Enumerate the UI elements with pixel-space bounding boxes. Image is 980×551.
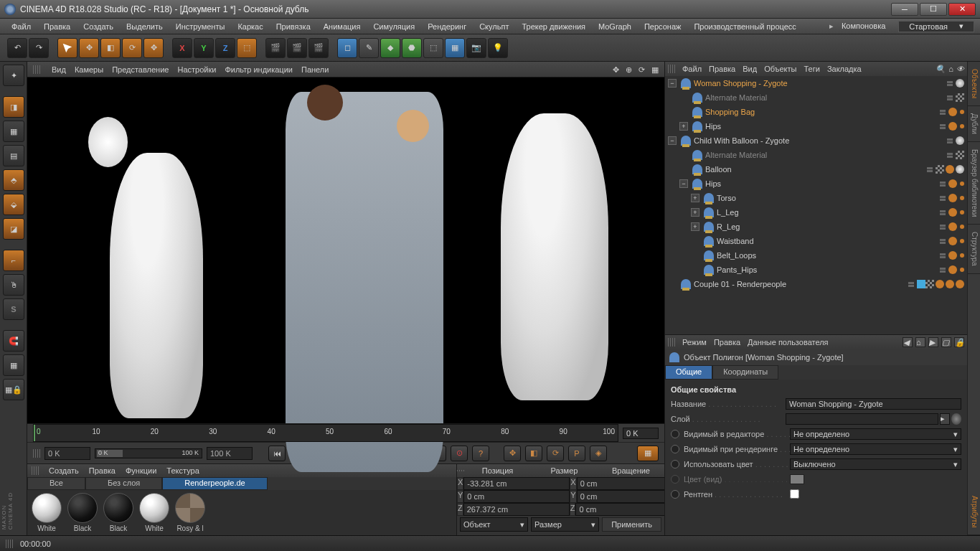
rtab-objects[interactable]: Объекты — [968, 62, 980, 106]
render-view[interactable]: 🎬 — [265, 38, 286, 58]
attr-usecolor-dropdown[interactable]: Выключено▾ — [790, 458, 961, 470]
add-light[interactable]: 💡 — [488, 38, 508, 58]
mat-menu-func[interactable]: Функции — [126, 466, 156, 475]
object-row[interactable]: Waistband — [665, 234, 967, 248]
key-pla-button[interactable]: ◈ — [590, 446, 607, 461]
dot-tag-icon[interactable] — [960, 239, 964, 243]
grip-icon[interactable] — [33, 449, 40, 458]
object-row[interactable]: −Child With Balloon - Zygote — [665, 133, 967, 148]
dot-tag-icon[interactable] — [960, 253, 964, 258]
sphere-tag-icon[interactable] — [956, 165, 964, 174]
expand-icon[interactable]: + — [679, 122, 688, 131]
home-icon[interactable]: ⌂ — [948, 65, 953, 74]
mat-menu-create[interactable]: Создать — [49, 466, 79, 475]
add-nurbs[interactable]: ◆ — [380, 38, 400, 58]
object-row[interactable]: +R_Leg — [665, 220, 967, 234]
object-row[interactable]: Alternate Material — [665, 90, 967, 105]
visibility-dots[interactable] — [940, 196, 946, 201]
mat-tab-renderpeople[interactable]: Renderpeople.de — [162, 477, 267, 490]
model-mode[interactable]: ◨ — [3, 96, 24, 118]
object-row[interactable]: Pants_Hips — [665, 263, 967, 277]
x-axis-lock[interactable]: X — [172, 38, 192, 58]
grip-icon[interactable] — [33, 65, 40, 74]
material-item[interactable]: White — [30, 493, 63, 532]
vp-menu-panel[interactable]: Панели — [301, 65, 329, 74]
dot-tag-icon[interactable] — [960, 182, 964, 186]
color-swatch[interactable] — [790, 474, 804, 484]
move-tool[interactable]: ✥ — [79, 38, 99, 58]
dot-tag-icon[interactable] — [960, 124, 964, 128]
tweak-mode[interactable]: 🖱 — [3, 274, 24, 296]
visibility-dots[interactable] — [940, 110, 946, 115]
y-axis-lock[interactable]: Y — [194, 38, 214, 58]
visibility-dots[interactable] — [940, 268, 946, 273]
eye-icon[interactable]: 👁 — [956, 65, 964, 74]
vp-layout-icon[interactable]: ▦ — [651, 65, 660, 74]
frame-start-field[interactable]: 0 K — [44, 447, 90, 460]
key-scale-button[interactable]: ◧ — [525, 446, 542, 461]
menu-sculpt[interactable]: Скульпт — [473, 21, 514, 32]
attr-menu-edit[interactable]: Правка — [714, 338, 740, 347]
menu-render[interactable]: Рендеринг — [422, 21, 472, 32]
visibility-dots[interactable] — [947, 95, 953, 100]
timeline-ruler[interactable]: 0 10 20 30 40 50 60 70 80 90 100 — [33, 424, 618, 442]
expand-icon[interactable]: + — [691, 208, 699, 217]
visibility-dots[interactable] — [940, 239, 946, 244]
orange-tag-icon[interactable] — [956, 280, 964, 288]
checker-tag-icon[interactable] — [936, 165, 944, 174]
orange-tag-icon[interactable] — [948, 108, 957, 116]
attr-layer-input[interactable] — [786, 413, 938, 425]
attr-tab-basic[interactable]: Общие — [665, 365, 712, 380]
sphere-tag-icon[interactable] — [956, 136, 964, 145]
menu-create[interactable]: Создать — [77, 21, 119, 32]
expand-icon[interactable]: − — [668, 136, 677, 145]
mat-menu-edit[interactable]: Правка — [89, 466, 116, 475]
texture-mode[interactable]: ▦ — [3, 121, 24, 142]
sphere-tag-icon[interactable] — [956, 79, 964, 88]
add-spline[interactable]: ✎ — [359, 38, 379, 58]
render-settings[interactable]: 🎬 — [308, 38, 329, 58]
layer-tag[interactable] — [917, 280, 925, 288]
grip-icon[interactable] — [32, 466, 39, 475]
om-menu-edit[interactable]: Правка — [709, 65, 735, 73]
coord-system[interactable]: ⬚ — [237, 38, 257, 58]
polygon-mode[interactable]: ◪ — [3, 218, 24, 240]
orange-tag-icon[interactable] — [948, 122, 957, 131]
checker-tag-icon[interactable] — [956, 93, 964, 102]
attr-menu-userdata[interactable]: Данные пользователя — [748, 338, 828, 347]
object-row[interactable]: Balloon — [665, 162, 967, 176]
grip-icon[interactable] — [6, 540, 13, 548]
attr-fwd-icon[interactable]: ▶ — [928, 337, 938, 347]
add-generator[interactable]: ⬣ — [402, 38, 422, 58]
axis-mode[interactable]: ⌐ — [3, 250, 24, 271]
visibility-dots[interactable] — [927, 167, 933, 172]
snap-toggle[interactable]: 🧲 — [3, 330, 24, 352]
edge-mode[interactable]: ⬙ — [3, 194, 24, 215]
visibility-dots[interactable] — [908, 282, 914, 287]
vp-menu-display[interactable]: Представление — [112, 65, 169, 74]
attr-xray-checkbox[interactable] — [790, 489, 799, 499]
orange-tag-icon[interactable] — [948, 208, 957, 217]
orange-tag-icon[interactable] — [946, 280, 954, 288]
pos-input[interactable] — [463, 477, 570, 490]
menu-file[interactable]: Файл — [6, 21, 37, 32]
material-item[interactable]: Black — [66, 493, 99, 532]
grip-icon[interactable] — [668, 65, 675, 73]
object-row[interactable]: Belt_Loops — [665, 248, 967, 263]
orange-tag-icon[interactable] — [948, 222, 957, 231]
menu-tracker[interactable]: Трекер движения — [516, 21, 591, 32]
vp-rotate-icon[interactable]: ⟳ — [639, 65, 647, 74]
timeline[interactable]: 0 10 20 30 40 50 60 70 80 90 100 0 K — [27, 423, 664, 442]
visibility-dots[interactable] — [940, 124, 946, 129]
expand-icon[interactable]: − — [679, 179, 688, 188]
attr-menu-mode[interactable]: Режим — [682, 338, 707, 347]
menu-pipeline[interactable]: Производственный процесс — [688, 21, 801, 32]
attr-vis-render-dropdown[interactable]: Не определено▾ — [790, 443, 961, 455]
mat-tab-all[interactable]: Все — [27, 477, 85, 490]
frame-end-field[interactable]: 100 K — [207, 447, 253, 460]
coords-apply-button[interactable]: Применить — [602, 517, 661, 532]
visibility-dots[interactable] — [940, 225, 946, 230]
attr-tab-coord[interactable]: Координаты — [712, 365, 778, 380]
viewport-solo[interactable]: S — [3, 298, 24, 320]
key-pos-button[interactable]: ✥ — [504, 446, 521, 461]
